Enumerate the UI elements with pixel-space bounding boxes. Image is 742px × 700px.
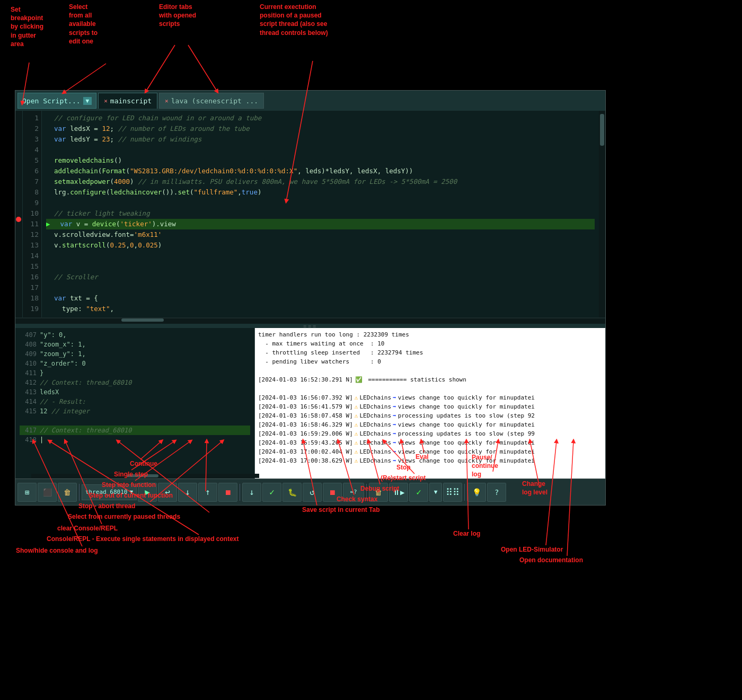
log-warn-2: [2024-01-03 16:56:41.579 W] ⚠ LEDchains➡… [258,402,602,411]
anno-change-log: Changelog level [522,480,547,497]
code-line-11: ▶ var v = device('ticker').view [46,219,595,229]
log-level-icon: ⠿⠿ [446,486,460,498]
h-scrollbar-thumb[interactable] [121,318,164,322]
log-warn-7: [2024-01-03 17:00:02.404 W] ⚠ LEDchains➡… [258,447,602,456]
code-line-12: v.scrolledview.font='m6x11' [46,229,595,240]
tab-lava-close-icon[interactable]: ✕ [165,98,169,104]
debug-script-button[interactable]: 🐛 [282,483,302,502]
anno-restart: (Re)start script [381,474,426,483]
ok-icon: ✅ [355,375,363,384]
code-line-2: var ledsX = 12; // number of LEDs around… [46,123,595,134]
repl-area[interactable]: 407 "y": 0, 408 "zoom_x": 1, 409 "zoom_y… [15,328,255,479]
step-out-button[interactable]: ↑ [198,483,217,502]
toolbar-sep-2 [240,484,240,501]
code-line-15 [46,261,595,272]
code-line-8: lrg.configure(ledchaincover()).set("full… [46,187,595,198]
restart-icon: ↺ [310,487,315,497]
open-led-simulator-button[interactable]: 💡 [467,483,486,502]
anno-clear-log: Clear log [453,530,480,538]
code-line-10: // ticker light tweaking [46,208,595,219]
code-editor[interactable]: 12345 678910 1112131415 16171819 // conf… [15,111,605,317]
log-area[interactable]: timer handlers run too long : 2232309 ti… [255,328,605,479]
debug-icon: 🐛 [288,488,297,497]
code-line-5: removeledchains() [46,155,595,166]
clear-console-button[interactable]: 🗑 [58,483,77,502]
repl-line-411: 411} [20,368,250,378]
repl-line-417: 417// Context: thread_68010 [20,426,250,435]
log-line-blank [258,366,602,375]
bottom-pane: 407 "y": 0, 408 "zoom_x": 1, 409 "zoom_y… [15,328,605,479]
scrollbar-thumb[interactable] [600,114,604,146]
anno-single-step: Single step [114,471,148,479]
log-stats-text: =========== statistics shown [365,375,466,384]
anno-continue: Continue [130,460,157,468]
tab-mainscript[interactable]: ✕ mainscript [98,93,157,109]
tab-close-icon[interactable]: ✕ [104,98,108,104]
anno-stop-abort: Stop - abort thread [78,502,135,511]
step-out-icon: ↑ [205,487,210,497]
anno-console-repl: Console/REPL - Execute single statements… [47,535,239,544]
stop-icon: ⏹ [329,488,336,497]
anno-stop: Stop [396,464,411,472]
log-check-icon: ✓ [416,487,421,497]
log-line-1: - max timers waiting at once : 10 [258,339,602,348]
code-line-4 [46,145,595,155]
anno-current-exec: Current exectutionposition of a pausedsc… [260,3,328,37]
repl-line-407: 407 "y": 0, [20,330,250,340]
toolbar-sep-4 [464,484,465,501]
anno-editor-tabs: Editor tabswith openedscripts [159,3,196,29]
log-timestamp-stats: [2024-01-03 16:52:30.291 N] [258,375,353,384]
code-line-6: addledchain(Format("WS2813.GRB:/dev/ledc… [46,166,595,176]
code-line-9 [46,198,595,208]
console-repl-icon: ⬛ [43,488,52,497]
toolbar-sep-1 [79,484,80,501]
vertical-scrollbar[interactable] [599,111,605,317]
log-check-button[interactable]: ✓ [409,483,428,502]
code-line-1: // configure for LED chain wound in or a… [46,113,595,123]
log-warn-5: [2024-01-03 16:59:29.006 W] ⚠ LEDchains➡… [258,429,602,438]
anno-set-breakpoint: Setbreakpointby clickingin gutterarea [11,5,43,48]
anno-step-out: Step out of current function [89,492,173,500]
log-dropdown-arrow-icon: ▼ [434,489,438,495]
restart-script-button[interactable]: ↺ [303,483,322,502]
log-warn-4: [2024-01-03 16:58:46.329 W] ⚠ LEDchains➡… [258,420,602,429]
repl-line-410: 410 "z_order": 0 [20,359,250,368]
tab-lava[interactable]: ✕ lava (scenescript ... [159,93,264,109]
open-doc-button[interactable]: ? [487,483,506,502]
open-script-dropdown[interactable]: Open Script... ▼ [17,93,96,109]
trash-icon: 🗑 [64,488,71,497]
anno-open-doc: Open documentation [519,556,583,565]
log-warn-1: [2024-01-03 16:56:07.392 W] ⚠ LEDchains➡… [258,393,602,402]
check-icon: ✓ [269,487,275,497]
check-syntax-button[interactable]: ✓ [262,483,281,502]
open-script-label: Open Script... [22,97,81,105]
svg-line-1 [64,64,106,93]
repl-line-408: 408 "zoom_x": 1, [20,340,250,349]
anno-clear-console: clear Console/REPL [57,525,118,533]
repl-line-412: 412// Context: thread_68010 [20,378,250,387]
tab-bar: Open Script... ▼ ✕ mainscript ✕ lava (sc… [15,91,605,111]
anno-pause-log: Pause/continuelog [472,453,498,479]
gutter-area[interactable] [15,111,23,317]
console-repl-button[interactable]: ⬛ [38,483,57,502]
step-into-button[interactable]: ↓ [178,483,197,502]
change-log-level-button[interactable]: ⠿⠿ [443,483,462,502]
code-line-3: var ledsY = 23; // number of windings [46,134,595,145]
code-line-16: // Scroller [46,272,595,282]
log-line-0: timer handlers run too long : 2232309 ti… [258,330,602,339]
svg-line-2 [146,45,175,92]
log-warn-8: [2024-01-03 17:00:38.629 W] ⚠ LEDchains➡… [258,456,602,465]
repl-line-415: 41512 // integer [20,406,250,416]
save-script-button[interactable]: ↓ [242,483,261,502]
anno-select-from-all: Selectfrom allavailablescripts toedit on… [69,3,98,46]
show-hide-console-button[interactable]: ⊞ [17,483,37,502]
pane-divider[interactable]: ≡≡≡ [15,324,605,328]
code-line-19: type: "text", [46,304,595,314]
repl-line-418[interactable]: 418| [20,435,250,445]
log-line-2: - throttling sleep inserted : 2232794 ti… [258,348,602,357]
code-content[interactable]: // configure for LED chain wound in or a… [42,111,599,317]
log-level-dropdown-button[interactable]: ▼ [429,483,442,502]
stop-abort-button[interactable]: ⏹ [218,483,237,502]
anno-open-led: Open LED-Simulator [501,546,563,554]
stop-abort-icon: ⏹ [224,488,232,497]
